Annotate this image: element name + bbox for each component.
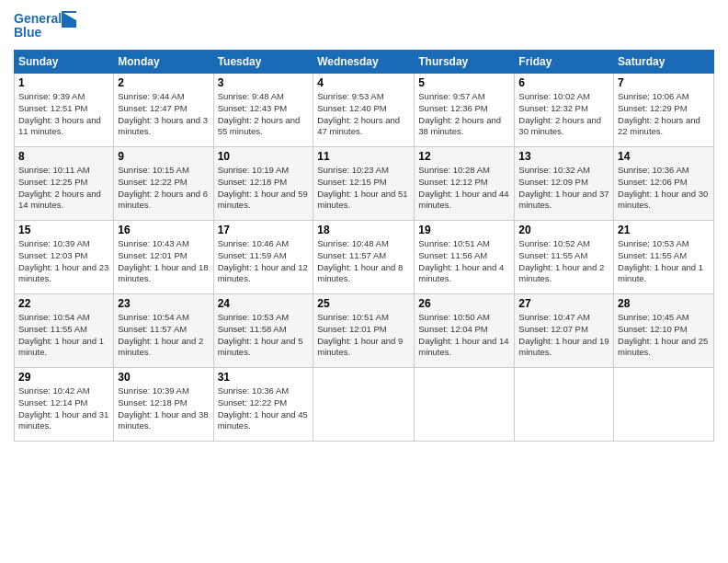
calendar-cell: 19Sunrise: 10:51 AM Sunset: 11:56 AM Day… [415, 221, 515, 294]
calendar-cell: 16Sunrise: 10:43 AM Sunset: 12:01 PM Day… [114, 221, 213, 294]
day-number: 20 [518, 224, 609, 236]
day-info: Sunrise: 10:36 AM Sunset: 12:06 PM Dayli… [618, 165, 710, 212]
svg-text:General: General [14, 11, 62, 26]
calendar-cell: 6Sunrise: 10:02 AM Sunset: 12:32 PM Dayl… [515, 74, 614, 147]
calendar-cell: 26Sunrise: 10:50 AM Sunset: 12:04 PM Day… [415, 294, 515, 368]
calendar-week-row: 1Sunrise: 9:39 AM Sunset: 12:51 PM Dayli… [15, 74, 714, 147]
calendar-cell: 30Sunrise: 10:39 AM Sunset: 12:18 PM Day… [114, 368, 213, 442]
calendar-cell: 1Sunrise: 9:39 AM Sunset: 12:51 PM Dayli… [15, 74, 114, 147]
day-number: 22 [18, 297, 109, 310]
logo: GeneralBlue [14, 9, 78, 42]
day-info: Sunrise: 10:51 AM Sunset: 11:56 AM Dayli… [418, 238, 510, 285]
calendar-cell: 9Sunrise: 10:15 AM Sunset: 12:22 PM Dayl… [114, 147, 213, 221]
calendar-week-row: 8Sunrise: 10:11 AM Sunset: 12:25 PM Dayl… [15, 147, 714, 221]
calendar-cell: 28Sunrise: 10:45 AM Sunset: 12:10 PM Day… [614, 294, 714, 368]
day-info: Sunrise: 9:57 AM Sunset: 12:36 PM Daylig… [418, 91, 510, 138]
day-info: Sunrise: 10:15 AM Sunset: 12:22 PM Dayli… [118, 165, 209, 212]
day-info: Sunrise: 9:53 AM Sunset: 12:40 PM Daylig… [317, 91, 410, 138]
calendar-cell: 15Sunrise: 10:39 AM Sunset: 12:03 PM Day… [15, 221, 114, 294]
svg-text:Blue: Blue [14, 25, 42, 40]
day-number: 1 [18, 76, 109, 89]
calendar-cell: 20Sunrise: 10:52 AM Sunset: 11:55 AM Day… [515, 221, 614, 294]
day-header-sunday: Sunday [15, 51, 114, 74]
day-info: Sunrise: 10:28 AM Sunset: 12:12 PM Dayli… [418, 165, 510, 212]
day-info: Sunrise: 10:36 AM Sunset: 12:22 PM Dayli… [218, 385, 310, 432]
day-number: 7 [618, 76, 710, 89]
day-number: 29 [18, 371, 109, 384]
day-number: 27 [518, 297, 609, 310]
calendar-cell: 24Sunrise: 10:53 AM Sunset: 11:58 AM Day… [213, 294, 313, 368]
calendar-week-row: 15Sunrise: 10:39 AM Sunset: 12:03 PM Day… [15, 221, 714, 294]
day-number: 30 [118, 371, 209, 384]
day-header-friday: Friday [515, 51, 614, 74]
calendar-cell: 23Sunrise: 10:54 AM Sunset: 11:57 AM Day… [114, 294, 213, 368]
day-number: 19 [418, 224, 510, 236]
day-info: Sunrise: 10:45 AM Sunset: 12:10 PM Dayli… [618, 312, 710, 359]
day-number: 3 [218, 76, 310, 89]
day-info: Sunrise: 10:11 AM Sunset: 12:25 PM Dayli… [18, 165, 109, 212]
calendar-week-row: 29Sunrise: 10:42 AM Sunset: 12:14 PM Day… [15, 368, 714, 442]
day-info: Sunrise: 10:54 AM Sunset: 11:55 AM Dayli… [18, 312, 109, 359]
day-info: Sunrise: 10:39 AM Sunset: 12:18 PM Dayli… [118, 385, 209, 432]
calendar-cell: 2Sunrise: 9:44 AM Sunset: 12:47 PM Dayli… [114, 74, 213, 147]
day-number: 16 [118, 224, 209, 236]
day-info: Sunrise: 9:48 AM Sunset: 12:43 PM Daylig… [218, 91, 310, 138]
day-info: Sunrise: 10:47 AM Sunset: 12:07 PM Dayli… [518, 312, 609, 359]
day-number: 2 [118, 76, 209, 89]
calendar-cell: 13Sunrise: 10:32 AM Sunset: 12:09 PM Day… [515, 147, 614, 221]
day-number: 25 [317, 297, 410, 310]
day-info: Sunrise: 10:32 AM Sunset: 12:09 PM Dayli… [518, 165, 609, 212]
calendar-cell: 29Sunrise: 10:42 AM Sunset: 12:14 PM Day… [15, 368, 114, 442]
day-number: 17 [218, 224, 310, 236]
day-info: Sunrise: 10:43 AM Sunset: 12:01 PM Dayli… [118, 238, 209, 285]
day-info: Sunrise: 10:46 AM Sunset: 11:59 AM Dayli… [218, 238, 310, 285]
calendar-cell [313, 368, 415, 442]
day-number: 24 [218, 297, 310, 310]
day-number: 26 [418, 297, 510, 310]
day-info: Sunrise: 10:54 AM Sunset: 11:57 AM Dayli… [118, 312, 209, 359]
calendar-cell: 12Sunrise: 10:28 AM Sunset: 12:12 PM Day… [415, 147, 515, 221]
calendar-table: SundayMondayTuesdayWednesdayThursdayFrid… [14, 50, 714, 442]
calendar-cell: 7Sunrise: 10:06 AM Sunset: 12:29 PM Dayl… [614, 74, 714, 147]
day-number: 18 [317, 224, 410, 236]
day-info: Sunrise: 10:52 AM Sunset: 11:55 AM Dayli… [518, 238, 609, 285]
calendar-cell: 25Sunrise: 10:51 AM Sunset: 12:01 PM Day… [313, 294, 415, 368]
calendar-cell: 14Sunrise: 10:36 AM Sunset: 12:06 PM Day… [614, 147, 714, 221]
day-info: Sunrise: 10:19 AM Sunset: 12:18 PM Dayli… [218, 165, 310, 212]
calendar-cell: 22Sunrise: 10:54 AM Sunset: 11:55 AM Day… [15, 294, 114, 368]
day-number: 23 [118, 297, 209, 310]
calendar-cell: 5Sunrise: 9:57 AM Sunset: 12:36 PM Dayli… [415, 74, 515, 147]
day-number: 10 [218, 150, 310, 163]
calendar-cell: 3Sunrise: 9:48 AM Sunset: 12:43 PM Dayli… [213, 74, 313, 147]
day-header-thursday: Thursday [415, 51, 515, 74]
day-number: 4 [317, 76, 410, 89]
day-number: 31 [218, 371, 310, 384]
day-info: Sunrise: 10:53 AM Sunset: 11:58 AM Dayli… [218, 312, 310, 359]
calendar-cell: 11Sunrise: 10:23 AM Sunset: 12:15 PM Day… [313, 147, 415, 221]
day-number: 21 [618, 224, 710, 236]
day-header-monday: Monday [114, 51, 213, 74]
calendar-header-row: SundayMondayTuesdayWednesdayThursdayFrid… [15, 51, 714, 74]
calendar-cell: 10Sunrise: 10:19 AM Sunset: 12:18 PM Day… [213, 147, 313, 221]
calendar-cell: 31Sunrise: 10:36 AM Sunset: 12:22 PM Day… [213, 368, 313, 442]
day-number: 12 [418, 150, 510, 163]
day-number: 5 [418, 76, 510, 89]
day-info: Sunrise: 9:44 AM Sunset: 12:47 PM Daylig… [118, 91, 209, 138]
day-info: Sunrise: 9:39 AM Sunset: 12:51 PM Daylig… [18, 91, 109, 138]
day-number: 6 [518, 76, 609, 89]
day-number: 15 [18, 224, 109, 236]
calendar-cell [415, 368, 515, 442]
day-info: Sunrise: 10:50 AM Sunset: 12:04 PM Dayli… [418, 312, 510, 359]
calendar-cell: 21Sunrise: 10:53 AM Sunset: 11:55 AM Day… [614, 221, 714, 294]
day-info: Sunrise: 10:53 AM Sunset: 11:55 AM Dayli… [618, 238, 710, 285]
calendar-cell: 4Sunrise: 9:53 AM Sunset: 12:40 PM Dayli… [313, 74, 415, 147]
day-number: 28 [618, 297, 710, 310]
calendar-cell: 8Sunrise: 10:11 AM Sunset: 12:25 PM Dayl… [15, 147, 114, 221]
day-number: 14 [618, 150, 710, 163]
calendar-cell [515, 368, 614, 442]
day-info: Sunrise: 10:39 AM Sunset: 12:03 PM Dayli… [18, 238, 109, 285]
header: GeneralBlue [14, 9, 714, 42]
day-info: Sunrise: 10:23 AM Sunset: 12:15 PM Dayli… [317, 165, 410, 212]
day-number: 8 [18, 150, 109, 163]
calendar-cell: 27Sunrise: 10:47 AM Sunset: 12:07 PM Day… [515, 294, 614, 368]
